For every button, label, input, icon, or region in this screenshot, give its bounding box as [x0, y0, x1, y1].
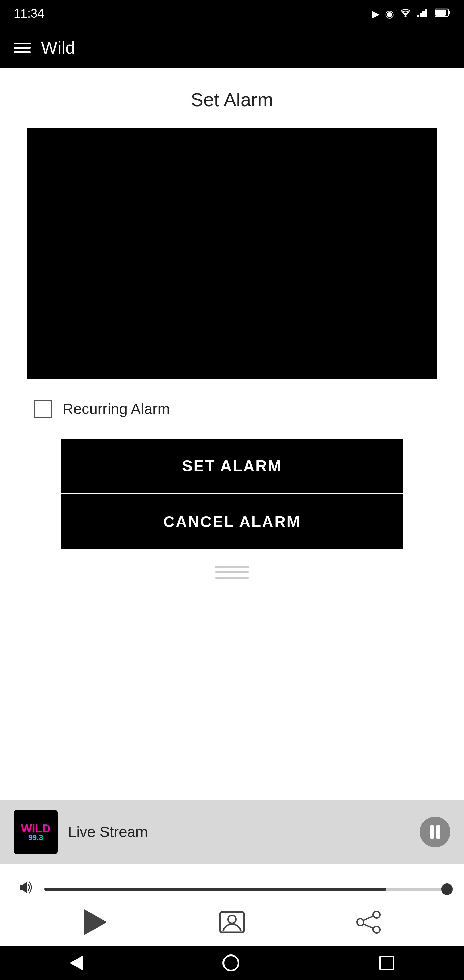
svg-point-0 — [405, 15, 407, 17]
share-button[interactable] — [351, 905, 385, 939]
signal-icon — [417, 8, 429, 20]
svg-point-10 — [228, 915, 236, 924]
page-title: Set Alarm — [27, 89, 437, 111]
status-time: 11:34 — [14, 6, 44, 21]
svg-rect-7 — [435, 10, 446, 16]
play-status-icon: ▶ — [372, 8, 380, 20]
svg-rect-6 — [448, 11, 450, 14]
player-info: Live Stream — [68, 824, 410, 840]
main-content: Set Alarm Recurring Alarm SET ALARM CANC… — [0, 68, 464, 592]
wild-logo-text: WiLD — [21, 822, 51, 834]
svg-marker-8 — [20, 882, 27, 893]
volume-icon — [17, 880, 34, 898]
menu-button[interactable] — [14, 43, 30, 53]
pause-button[interactable] — [420, 817, 450, 847]
recurring-alarm-label: Recurring Alarm — [63, 401, 170, 417]
recurring-alarm-checkbox[interactable] — [34, 400, 52, 418]
status-bar: 11:34 ▶ ◉ — [0, 0, 464, 27]
recurring-alarm-row: Recurring Alarm — [27, 400, 437, 418]
share-icon — [355, 908, 382, 936]
app-bar: Wild — [0, 27, 464, 68]
home-icon — [222, 955, 240, 972]
app-title: Wild — [41, 37, 75, 58]
contact-icon — [218, 908, 246, 936]
drag-handle — [215, 566, 249, 579]
volume-track[interactable] — [44, 888, 447, 891]
alarm-buttons: SET ALARM CANCEL ALARM — [61, 439, 403, 549]
volume-fill — [44, 888, 386, 891]
recents-icon — [379, 956, 394, 970]
wifi-icon — [399, 8, 412, 20]
station-logo: WiLD 99.3 — [14, 810, 58, 854]
cancel-alarm-button[interactable]: CANCEL ALARM — [61, 495, 403, 549]
location-icon: ◉ — [385, 8, 394, 20]
set-alarm-button[interactable]: SET ALARM — [61, 439, 403, 493]
wild-logo-subtext: 99.3 — [29, 834, 43, 842]
play-icon — [84, 909, 107, 935]
volume-thumb — [441, 883, 453, 895]
back-icon — [70, 956, 83, 970]
back-button[interactable] — [70, 956, 83, 970]
status-icons: ▶ ◉ — [372, 8, 450, 20]
svg-line-14 — [363, 916, 373, 920]
svg-rect-1 — [417, 14, 419, 18]
bottom-controls — [0, 898, 464, 946]
player-bar: WiLD 99.3 Live Stream — [0, 800, 464, 864]
contact-button[interactable] — [215, 905, 249, 939]
recents-button[interactable] — [379, 956, 394, 970]
player-track-name: Live Stream — [68, 824, 148, 840]
svg-point-13 — [373, 926, 380, 933]
svg-rect-4 — [425, 8, 427, 18]
svg-point-11 — [373, 911, 380, 918]
svg-rect-2 — [420, 13, 422, 18]
svg-point-12 — [357, 919, 364, 926]
pause-icon — [430, 825, 440, 839]
battery-icon — [435, 8, 450, 19]
android-nav-bar — [0, 946, 464, 980]
svg-line-15 — [363, 924, 373, 928]
svg-rect-3 — [423, 11, 424, 18]
alarm-time-display[interactable] — [27, 127, 437, 379]
home-button[interactable] — [222, 955, 240, 972]
play-button[interactable] — [79, 905, 113, 939]
